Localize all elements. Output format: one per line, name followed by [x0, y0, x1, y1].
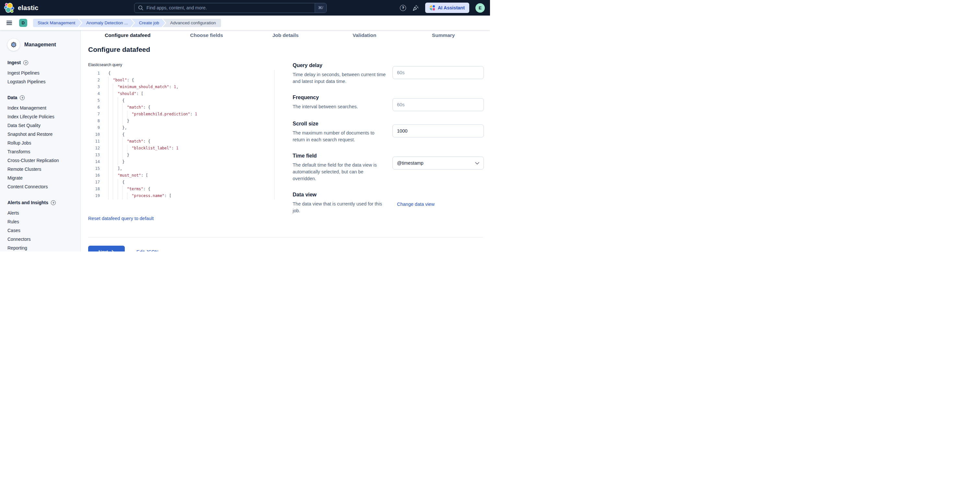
sidebar-item-data-set-quality[interactable]: Data Set Quality — [8, 121, 77, 130]
field-text: Time fieldThe default time field for the… — [293, 153, 387, 182]
breadcrumb: Stack ManagementAnomaly Detection ...Cre… — [33, 19, 221, 27]
chevron-right-icon — [111, 250, 115, 252]
line-number: 19 — [88, 193, 100, 199]
space-badge[interactable]: D — [19, 19, 27, 27]
line-number: 9 — [88, 124, 100, 131]
field-description: The interval between searches. — [293, 103, 387, 110]
field-row-query-delay: Query delayTime delay in seconds, betwee… — [293, 62, 482, 85]
code-line: 18"terms": { — [88, 186, 274, 193]
sidebar-section-alerts-and-insights: Alerts and Insights?AlertsRulesCasesConn… — [8, 200, 77, 252]
line-number: 15 — [88, 165, 100, 172]
code-key: "blocklist_label" — [132, 145, 172, 152]
whats-new-icon[interactable] — [412, 5, 419, 11]
code-line: 8} — [88, 118, 274, 124]
ai-assistant-button[interactable]: AI Assistant — [425, 3, 469, 13]
sidebar-item-logstash-pipelines[interactable]: Logstash Pipelines — [8, 77, 77, 86]
wizard-step-job-details[interactable]: Job details — [246, 32, 325, 39]
sidebar-item-rollup-jobs[interactable]: Rollup Jobs — [8, 138, 77, 147]
sidebar-sections: Ingest?Ingest PipelinesLogstash Pipeline… — [8, 60, 77, 252]
wizard-step-validation[interactable]: Validation — [325, 32, 404, 39]
line-number: 11 — [88, 138, 100, 145]
sidebar-section-title: Data? — [8, 95, 77, 100]
indent-guide — [108, 97, 113, 104]
code-line: 16"must_not": [ — [88, 172, 274, 179]
time-field-select[interactable]: @timestamp — [393, 156, 484, 169]
change-data-view-link[interactable]: Change data view — [393, 192, 434, 207]
wizard-step-summary[interactable]: Summary — [404, 32, 483, 39]
indent-guide — [118, 104, 122, 111]
indent-guide — [108, 165, 113, 172]
sidebar-item-index-management[interactable]: Index Management — [8, 103, 77, 112]
indent-guide — [113, 104, 117, 111]
code-line: 3"minimum_should_match": 1, — [88, 84, 274, 91]
indent-guide — [113, 186, 117, 193]
sidebar-item-transforms[interactable]: Transforms — [8, 147, 77, 156]
sidebar-item-content-connectors[interactable]: Content Connectors — [8, 182, 77, 191]
sidebar-item-migrate[interactable]: Migrate — [8, 174, 77, 182]
indent-guide — [113, 131, 117, 138]
top-navigation-bar: elastic Find apps, content, and more. ⌘/… — [0, 0, 490, 16]
indent-guide — [122, 138, 127, 145]
indent-guide — [108, 193, 113, 199]
edit-json-link[interactable]: Edit JSON — [137, 249, 159, 252]
sidebar-item-ingest-pipelines[interactable]: Ingest Pipelines — [8, 68, 77, 77]
breadcrumb-anomaly-detection[interactable]: Anomaly Detection ... — [79, 19, 134, 27]
indent-guide — [127, 193, 132, 199]
query-delay-input[interactable] — [393, 66, 484, 79]
field-text: Scroll sizeThe maximum number of documen… — [293, 121, 387, 143]
indent-guide — [108, 152, 113, 159]
breadcrumb-create-job[interactable]: Create job — [132, 19, 165, 27]
question-circle-icon[interactable]: ? — [23, 60, 28, 65]
indent-guide — [113, 159, 117, 165]
sidebar-item-cross-cluster-replication[interactable]: Cross-Cluster Replication — [8, 156, 77, 165]
sidebar-item-reporting[interactable]: Reporting — [8, 244, 77, 252]
help-icon[interactable]: ? — [400, 5, 406, 11]
frequency-input[interactable] — [393, 98, 484, 111]
indent-guide — [108, 138, 113, 145]
sidebar-item-alerts[interactable]: Alerts — [8, 209, 77, 217]
breadcrumb-stack-management[interactable]: Stack Management — [33, 19, 81, 27]
reset-datafeed-query-link[interactable]: Reset datafeed query to default — [88, 216, 154, 221]
sidebar-item-index-lifecycle-policies[interactable]: Index Lifecycle Policies — [8, 112, 77, 121]
code-line: 19"process.name": [ — [88, 193, 274, 199]
elastic-logo[interactable]: elastic — [4, 3, 88, 13]
code-number: 1 — [195, 111, 197, 118]
code-key: "terms" — [127, 186, 143, 193]
indent-guide — [113, 138, 117, 145]
field-row-data-view: Data viewThe data view that is currently… — [293, 192, 482, 214]
field-text: Data viewThe data view that is currently… — [293, 192, 387, 214]
next-button[interactable]: Next — [88, 246, 125, 252]
sidebar-item-cases[interactable]: Cases — [8, 226, 77, 235]
breadcrumb-advanced-configuration[interactable]: Advanced configuration — [163, 19, 221, 27]
line-number: 17 — [88, 179, 100, 186]
field-title: Frequency — [293, 95, 387, 100]
sidebar-item-snapshot-and-restore[interactable]: Snapshot and Restore — [8, 130, 77, 138]
code-punctuation: { — [108, 70, 110, 77]
indent-guide — [113, 193, 117, 199]
user-avatar[interactable]: E — [476, 3, 485, 13]
sidebar-section-title-label: Data — [8, 95, 17, 100]
question-circle-icon[interactable]: ? — [51, 200, 56, 205]
field-control — [393, 95, 484, 111]
line-number: 18 — [88, 186, 100, 193]
line-number: 13 — [88, 152, 100, 159]
code-editor[interactable]: 1{2"bool": {3"minimum_should_match": 1,4… — [88, 70, 275, 200]
indent-guide — [108, 84, 113, 91]
wizard-step-configure-datafeed[interactable]: Configure datafeed — [88, 32, 167, 39]
field-description: The data view that is currently used for… — [293, 201, 387, 214]
time-field-value: @timestamp — [397, 161, 423, 166]
line-number: 5 — [88, 97, 100, 104]
datafeed-settings-column: Query delayTime delay in seconds, betwee… — [293, 62, 482, 224]
indent-guide — [108, 118, 113, 124]
sidebar-item-rules[interactable]: Rules — [8, 217, 77, 226]
indent-guide — [122, 152, 127, 159]
scroll-size-input[interactable] — [393, 124, 484, 137]
sidebar-item-remote-clusters[interactable]: Remote Clusters — [8, 165, 77, 174]
code-punctuation: : [ — [141, 172, 148, 179]
wizard-step-choose-fields[interactable]: Choose fields — [167, 32, 246, 39]
global-search-input[interactable]: Find apps, content, and more. ⌘/ — [134, 3, 327, 13]
question-circle-icon[interactable]: ? — [20, 95, 25, 100]
menu-icon[interactable] — [6, 21, 12, 25]
code-line: 10{ — [88, 131, 274, 138]
sidebar-item-connectors[interactable]: Connectors — [8, 235, 77, 244]
